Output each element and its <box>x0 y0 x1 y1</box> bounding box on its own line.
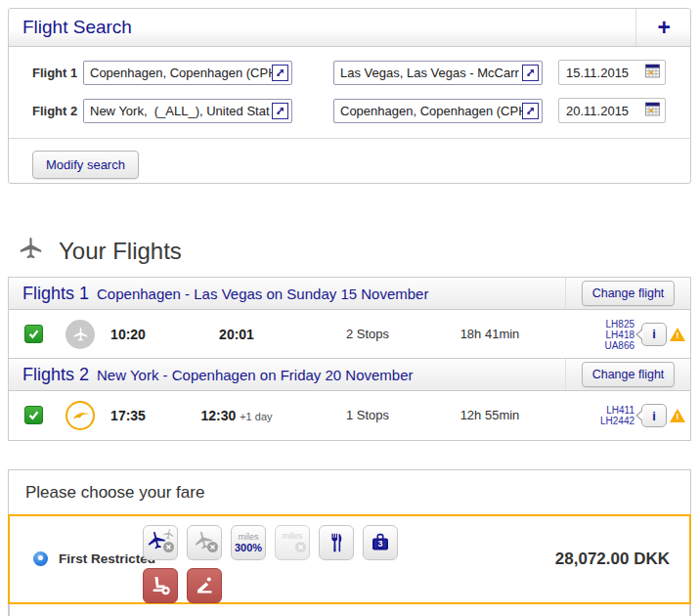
flight-2-duration: 12h 55min <box>436 391 544 440</box>
miles-disabled-icon: miles <box>275 525 310 560</box>
flight-1-from-field[interactable] <box>83 61 292 85</box>
circle-x-icon <box>295 539 306 556</box>
flight-1-duration: 18h 41min <box>436 310 544 359</box>
miles-300-icon: miles300% <box>231 525 266 560</box>
seat-reservation-fee-icon <box>143 568 178 603</box>
flight-1-date-field[interactable] <box>558 60 666 85</box>
segment-1-route: Copenhagen - Las Vegas on Sunday 15 Nove… <box>97 286 428 302</box>
plane-rebook-icon <box>143 525 178 560</box>
airport-picker-icon[interactable] <box>522 65 539 81</box>
segment-1-button-cell: Change flight <box>565 278 690 309</box>
plane-cancel-icon <box>187 525 222 560</box>
flight-2-stops: 1 Stops <box>314 391 421 440</box>
search-divider <box>9 138 690 139</box>
flight-2-info-button[interactable]: i <box>641 404 667 427</box>
segment-1-title: Flights 1 <box>22 284 89 304</box>
flight-1-selected-checkbox[interactable] <box>24 325 43 343</box>
segment-1-header: Flights 1 Copenhagen - Las Vegas on Sund… <box>9 278 690 310</box>
calendar-icon[interactable] <box>645 64 660 82</box>
warning-exclamation: ! <box>675 412 680 421</box>
baggage-icon: 3 <box>363 525 398 560</box>
your-flights-heading: Your Flights <box>18 236 182 266</box>
flight-2-result-row: 17:35 12:30 +1 day 1 Stops 12h 55min LH4… <box>9 391 690 440</box>
airplane-icon <box>18 236 44 266</box>
calendar-icon[interactable] <box>645 102 660 120</box>
segment-2-title: Flights 2 <box>22 365 89 385</box>
flight-1-info-button[interactable]: i <box>641 323 667 346</box>
flights-table: Flights 1 Copenhagen - Las Vegas on Sund… <box>8 277 691 441</box>
flight-2-label: Flight 2 <box>32 104 83 118</box>
fare-selection-title: Please choose your fare <box>25 483 204 503</box>
flight-2-warning-icon: ! <box>670 409 685 422</box>
flight-search-header: Flight Search + <box>9 9 690 47</box>
fare-selection-panel: Please choose your fare First Restricted… <box>8 469 691 616</box>
circle-x-icon <box>207 539 218 556</box>
segment-2-route: New York - Copenhagen on Friday 20 Novem… <box>97 367 414 383</box>
segment-2-button-cell: Change flight <box>565 359 690 390</box>
flight-2-arrival-time: 12:30 +1 day <box>183 391 290 440</box>
flight-1-stops: 2 Stops <box>314 310 421 359</box>
fare-radio-button[interactable] <box>33 551 48 566</box>
flight-number: UA866 <box>604 339 634 350</box>
recline-seat-fee-icon <box>187 568 222 603</box>
flight-2-from-input[interactable] <box>90 104 272 118</box>
flight-2-row: Flight 2 <box>32 98 690 123</box>
flight-search-panel: Flight Search + Flight 1 Flight 2 <box>8 8 691 184</box>
flight-1-arrival-value: 20:01 <box>219 327 254 342</box>
airport-picker-icon[interactable] <box>522 103 539 119</box>
flight-1-warning-icon: ! <box>670 328 685 341</box>
plus-one-day-label: +1 day <box>240 411 272 422</box>
fare-benefit-tiles: miles300% miles 3 <box>143 525 398 611</box>
flight-1-flight-numbers: LH825 LH418 UA866 <box>604 318 634 350</box>
flight-number: LH825 <box>606 318 634 329</box>
miles-value: 300% <box>235 543 262 553</box>
flight-number: LH2442 <box>600 416 634 426</box>
circle-x-icon <box>163 539 174 556</box>
flight-2-date-field[interactable] <box>558 98 666 123</box>
flight-2-date-input[interactable] <box>566 104 636 118</box>
flight-1-date-input[interactable] <box>566 66 636 80</box>
segment-2-header: Flights 2 New York - Copenhagen on Frida… <box>9 359 690 391</box>
expand-cell: + <box>635 9 677 46</box>
airport-picker-icon[interactable] <box>272 65 288 81</box>
baggage-count: 3 <box>364 539 397 549</box>
flight-2-selected-checkbox[interactable] <box>24 406 43 424</box>
your-flights-title: Your Flights <box>59 238 182 265</box>
fare-tiles-row-2 <box>143 568 398 603</box>
warning-exclamation: ! <box>675 330 680 340</box>
flight-1-to-input[interactable] <box>340 66 522 80</box>
fare-tiles-row-1: miles300% miles 3 <box>143 525 398 560</box>
flight-2-arrival-value: 12:30 <box>200 408 236 423</box>
expand-plus-icon[interactable]: + <box>658 17 671 39</box>
meal-icon <box>319 525 354 560</box>
flight-1-label: Flight 1 <box>32 66 83 80</box>
flight-1-departure-time: 10:20 <box>85 310 171 359</box>
modify-search-button[interactable]: Modify search <box>32 151 139 179</box>
flight-2-to-input[interactable] <box>340 104 522 118</box>
flight-2-to-field[interactable] <box>333 99 543 123</box>
flight-1-arrival-time: 20:01 <box>183 310 290 359</box>
change-flight-2-button[interactable]: Change flight <box>582 362 676 387</box>
flight-number: LH411 <box>606 405 634 416</box>
fare-option-first-restricted[interactable]: First Restricted miles300% miles <box>8 514 691 604</box>
flight-2-departure-time: 17:35 <box>85 391 171 440</box>
flight-search-title: Flight Search <box>22 17 132 38</box>
fare-price: 28,072.00 DKK <box>555 550 670 569</box>
flight-2-flight-numbers: LH411 LH2442 <box>600 405 634 426</box>
fare-selection-header: Please choose your fare <box>9 470 690 514</box>
flight-2-from-field[interactable] <box>83 99 292 123</box>
flight-1-from-input[interactable] <box>90 66 272 80</box>
change-flight-1-button[interactable]: Change flight <box>582 281 676 306</box>
flight-1-to-field[interactable] <box>333 61 543 85</box>
flight-number: LH418 <box>606 329 634 339</box>
flight-1-row: Flight 1 <box>32 60 690 85</box>
fare-name-label: First Restricted <box>59 551 155 566</box>
flight-1-result-row: 10:20 20:01 2 Stops 18h 41min LH825 LH41… <box>9 310 690 359</box>
airport-picker-icon[interactable] <box>272 103 288 119</box>
